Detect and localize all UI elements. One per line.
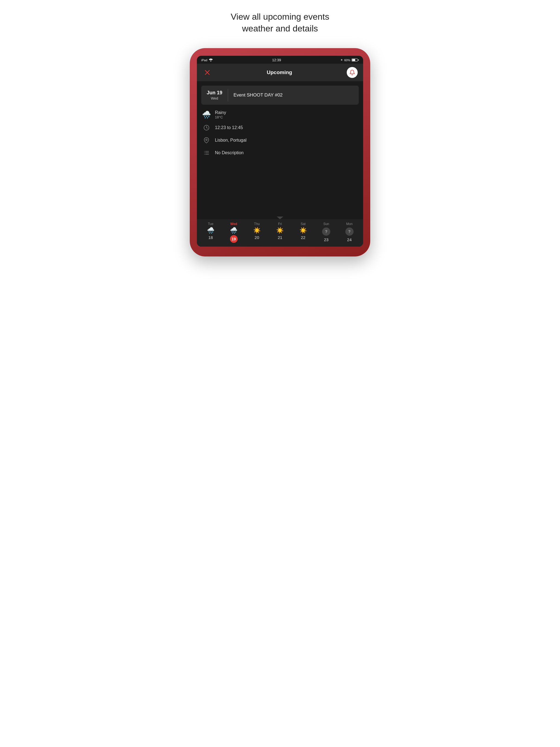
battery-percent: 60%: [344, 58, 350, 62]
time-row: 12:23 to 12:45: [202, 124, 358, 132]
event-title: Event SHOOT DAY #02: [228, 85, 288, 105]
svg-point-4: [206, 139, 207, 141]
calendar-day[interactable]: Fri☀️21: [271, 222, 289, 240]
weather-icon: 🌧️: [202, 111, 210, 119]
cal-date-number: 20: [255, 235, 259, 240]
cal-weekday-label: Sat: [301, 222, 306, 226]
event-weekday: Wed: [211, 96, 218, 100]
time-range: 12:23 to 12:45: [215, 125, 243, 130]
svg-point-0: [210, 61, 211, 62]
screen: iPad 12:39 ✴ 60%: [197, 56, 363, 247]
bluetooth-icon: ✴: [340, 58, 343, 62]
calendar-day[interactable]: Sun?23: [316, 222, 336, 242]
weather-info: Rainy 18°C: [215, 110, 226, 119]
cal-weekday-label: Wed: [230, 222, 237, 226]
bell-button[interactable]: [347, 67, 358, 78]
cal-weekday-label: Tue: [208, 222, 213, 226]
cal-date-number: 18: [208, 235, 213, 240]
status-time: 12:39: [272, 58, 281, 62]
status-right: ✴ 60%: [340, 58, 359, 62]
status-left: iPad: [201, 58, 213, 62]
calendar-day[interactable]: Wed🌧️19: [224, 222, 244, 243]
cal-weekday-label: Fri: [278, 222, 282, 226]
device-frame: iPad 12:39 ✴ 60%: [190, 48, 370, 256]
status-bar: iPad 12:39 ✴ 60%: [197, 56, 363, 64]
nav-title: Upcoming: [267, 70, 292, 75]
wifi-icon: [209, 58, 213, 61]
cal-date-number: 22: [301, 235, 305, 240]
description-icon: [202, 149, 210, 157]
cal-date-number: 23: [324, 237, 329, 242]
svg-point-9: [204, 153, 205, 153]
battery-icon: [352, 58, 359, 61]
details-section: 🌧️ Rainy 18°C 12:23 to 12:45: [197, 105, 363, 160]
cal-date-number: 21: [278, 235, 282, 240]
calendar-day[interactable]: Tue🌧️18: [201, 222, 220, 240]
close-button[interactable]: [202, 68, 212, 77]
svg-point-8: [204, 151, 205, 152]
headline-line2: weather and details: [242, 24, 318, 33]
cal-weather-icon: ☀️: [299, 228, 307, 233]
cal-weather-icon: 🌧️: [230, 228, 237, 233]
weather-condition: Rainy: [215, 110, 226, 115]
calendar-arrow: [197, 214, 363, 219]
cal-weather-icon: ?: [322, 228, 330, 236]
nav-bar: Upcoming: [197, 64, 363, 81]
content-spacer: [197, 160, 363, 214]
description-text: No Description: [215, 150, 244, 155]
location-row: Lisbon, Portugal: [202, 136, 358, 145]
page-headline: View all upcoming events weather and det…: [231, 11, 330, 34]
description-row: No Description: [202, 149, 358, 157]
location-text: Lisbon, Portugal: [215, 138, 247, 143]
calendar-day[interactable]: Thu☀️20: [247, 222, 266, 240]
calendar-strip[interactable]: Tue🌧️18Wed🌧️19Thu☀️20Fri☀️21Sat☀️22Sun?2…: [197, 219, 363, 247]
event-date-block: Jun 19 Wed: [201, 85, 228, 105]
cal-weekday-label: Sun: [323, 222, 329, 226]
cal-weather-icon: 🌧️: [207, 228, 214, 233]
cal-weekday-label: Thu: [254, 222, 260, 226]
cal-date-number: 19: [230, 235, 238, 243]
cal-date-number: 24: [347, 237, 352, 242]
headline-line1: View all upcoming events: [231, 12, 330, 22]
svg-point-10: [204, 154, 205, 155]
weather-row: 🌧️ Rainy 18°C: [202, 110, 358, 119]
calendar-day[interactable]: Sat☀️22: [294, 222, 313, 240]
event-date: Jun 19: [207, 90, 222, 96]
cal-weekday-label: Mon: [346, 222, 353, 226]
event-card[interactable]: Jun 19 Wed Event SHOOT DAY #02: [201, 85, 359, 105]
device-label: iPad: [201, 58, 207, 62]
calendar-day[interactable]: Mon?24: [340, 222, 359, 242]
cal-weather-icon: ?: [345, 228, 354, 236]
weather-temp: 18°C: [215, 115, 226, 119]
location-icon: [202, 136, 210, 145]
cal-weather-icon: ☀️: [253, 228, 261, 233]
clock-icon: [202, 124, 210, 132]
calendar-days-row: Tue🌧️18Wed🌧️19Thu☀️20Fri☀️21Sat☀️22Sun?2…: [199, 222, 361, 243]
cal-weather-icon: ☀️: [276, 228, 284, 233]
